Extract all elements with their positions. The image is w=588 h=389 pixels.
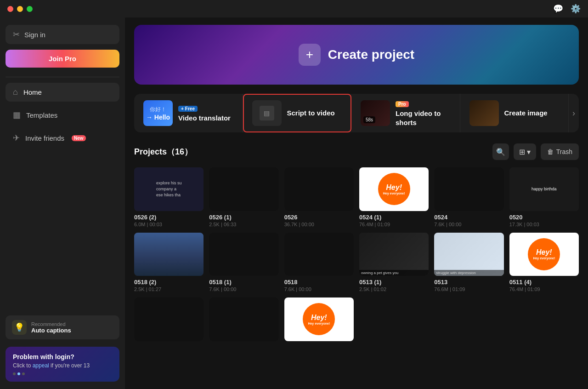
video-translator-thumb: 你好！ → Hello: [143, 100, 173, 126]
search-button[interactable]: 🔍: [492, 143, 509, 160]
projects-header: Projects（16） 🔍 ⊞ ▾ 🗑 Trash: [134, 143, 579, 160]
project-0511-4[interactable]: Hey! Hey everyone! 0511 (4) 76.4M | 01:0…: [509, 233, 579, 292]
long-video-thumb: 58s: [361, 100, 390, 126]
project-thumb-0511-2: [209, 297, 278, 341]
project-0526-2[interactable]: explore his sucompany aese hikes tha 052…: [134, 167, 204, 227]
minimize-button[interactable]: [17, 6, 23, 12]
project-name: 0518: [284, 279, 354, 286]
invite-icon: ✈: [13, 133, 20, 143]
project-name: 0511 (4): [509, 279, 579, 286]
project-0526-1[interactable]: 0526 (1) 2.5K | 06:33: [209, 167, 278, 227]
feature-long-video[interactable]: 58s Pro Long video to shorts: [351, 94, 460, 132]
script-to-video-info: Script to video: [287, 109, 342, 118]
project-0518-2[interactable]: 0518 (2) 2.5K | 01:27: [134, 233, 204, 292]
projects-actions: 🔍 ⊞ ▾ 🗑 Trash: [492, 143, 579, 160]
project-thumb-0526-1: [209, 167, 278, 211]
problem-dots: [13, 372, 112, 375]
project-0511-2[interactable]: [209, 297, 278, 344]
project-thumb-0511-3: [134, 297, 204, 341]
chat-icon[interactable]: 💬: [553, 4, 563, 14]
thumb-inner: Hey! Hey everyone!: [359, 167, 429, 211]
sidebar-item-invite[interactable]: ✈ Invite friends New: [6, 128, 119, 148]
trash-label: Trash: [556, 148, 572, 155]
script-doc-icon: ▤: [260, 106, 274, 120]
long-video-info: Pro Long video to shorts: [396, 99, 451, 127]
features-row: 你好！ → Hello Free Video translator ▤ S: [134, 94, 579, 132]
project-thumb-0518: [284, 233, 354, 276]
sidebar-item-templates[interactable]: ▦ Templates: [6, 105, 119, 125]
project-0513-1[interactable]: owning a pet gives you 0513 (1) 2.5K | 0…: [359, 233, 429, 292]
create-project-banner[interactable]: + Create project: [134, 25, 579, 85]
thumb-inner: happy birthda: [509, 167, 579, 211]
project-meta: 76.4M | 01:09: [359, 222, 429, 227]
duration-badge: 58s: [363, 116, 375, 123]
create-image-title: Create image: [504, 109, 560, 118]
problem-title: Problem with login?: [13, 353, 112, 360]
project-name: 0526 (1): [209, 214, 278, 221]
project-name: 0524: [434, 214, 503, 221]
project-thumb-0518-2: [134, 233, 204, 276]
project-meta: 7.6K | 00:00: [434, 222, 503, 227]
trash-button[interactable]: 🗑 Trash: [541, 143, 579, 160]
project-0526[interactable]: 0526 36.7K | 00:00: [284, 167, 354, 227]
project-meta: 7.6K | 00:00: [209, 286, 278, 292]
sidebar-item-home[interactable]: ⌂ Home: [6, 83, 119, 102]
project-0518-1[interactable]: 0518 (1) 7.6K | 00:00: [209, 233, 278, 292]
project-thumb-0526-2: explore his sucompany aese hikes tha: [134, 167, 204, 211]
recommendation-card[interactable]: 💡 Recommended Auto captions: [6, 315, 119, 339]
thumb-inner: [134, 233, 204, 276]
titlebar-icons: 💬 ⚙️: [553, 4, 581, 14]
project-0520[interactable]: happy birthda 0520 17.3K | 00:03: [509, 167, 579, 227]
titlebar: 💬 ⚙️: [0, 0, 588, 17]
thumb-inner: [434, 167, 503, 211]
project-meta: 36.7K | 00:00: [284, 222, 354, 227]
dot-3: [22, 372, 25, 375]
project-0511-1[interactable]: Hey! Hey everyone!: [284, 297, 354, 344]
feature-script-to-video[interactable]: ▤ Script to video: [243, 94, 352, 132]
project-meta: 76.6M | 01:09: [434, 286, 503, 292]
project-thumb-0524-1: Hey! Hey everyone!: [359, 167, 429, 211]
problem-click-text: Click to: [13, 362, 33, 369]
project-thumb-0518-1: [209, 233, 278, 276]
project-name: 0526 (2): [134, 214, 204, 221]
feature-video-translator[interactable]: 你好！ → Hello Free Video translator: [134, 94, 243, 132]
project-thumb-0526: [284, 167, 354, 211]
join-pro-button[interactable]: Join Pro: [6, 50, 119, 68]
project-0518[interactable]: 0518 7.6K | 00:00: [284, 233, 354, 292]
thumb-inner: [209, 297, 278, 341]
sign-in-button[interactable]: ✂ Sign in: [6, 25, 119, 44]
thumb-inner: [209, 167, 278, 211]
sign-in-label: Sign in: [24, 31, 45, 39]
feature-create-image[interactable]: Create image: [460, 94, 569, 132]
view-toggle-button[interactable]: ⊞ ▾: [514, 143, 536, 160]
hello-text: → Hello: [146, 114, 170, 121]
features-chevron[interactable]: ›: [572, 109, 575, 118]
new-badge: New: [72, 135, 86, 141]
recommendation-icon: 💡: [12, 320, 27, 335]
search-icon: 🔍: [496, 148, 505, 156]
project-thumb-0511-4: Hey! Hey everyone!: [509, 233, 579, 276]
maximize-button[interactable]: [27, 6, 33, 12]
thumb-inner: struggle with depression: [434, 233, 503, 276]
project-meta: 2.5K | 01:27: [134, 286, 204, 292]
settings-icon[interactable]: ⚙️: [571, 4, 581, 14]
rec-label: Recommended: [31, 321, 71, 327]
project-0524[interactable]: 0524 7.6K | 00:00: [434, 167, 503, 227]
appeal-link[interactable]: appeal: [33, 362, 49, 369]
dot-2: [17, 372, 20, 375]
hello-chinese: 你好！: [150, 106, 166, 114]
sidebar-divider: [6, 77, 119, 77]
sign-in-icon: ✂: [13, 29, 20, 40]
free-badge: Free: [178, 106, 198, 112]
project-thumb-0513-1: owning a pet gives you: [359, 233, 429, 276]
thumb-inner: [209, 233, 278, 276]
thumb-inner: Hey! Hey everyone!: [509, 233, 579, 276]
project-name: 0518 (2): [134, 279, 204, 286]
project-0511-3[interactable]: [134, 297, 204, 344]
problem-card[interactable]: Problem with login? Click to appeal if y…: [6, 347, 119, 382]
close-button[interactable]: [7, 6, 13, 12]
project-name: 0513 (1): [359, 279, 429, 286]
project-0513[interactable]: struggle with depression 0513 76.6M | 01…: [434, 233, 503, 292]
project-name: 0524 (1): [359, 214, 429, 221]
project-0524-1[interactable]: Hey! Hey everyone! 0524 (1) 76.4M | 01:0…: [359, 167, 429, 227]
